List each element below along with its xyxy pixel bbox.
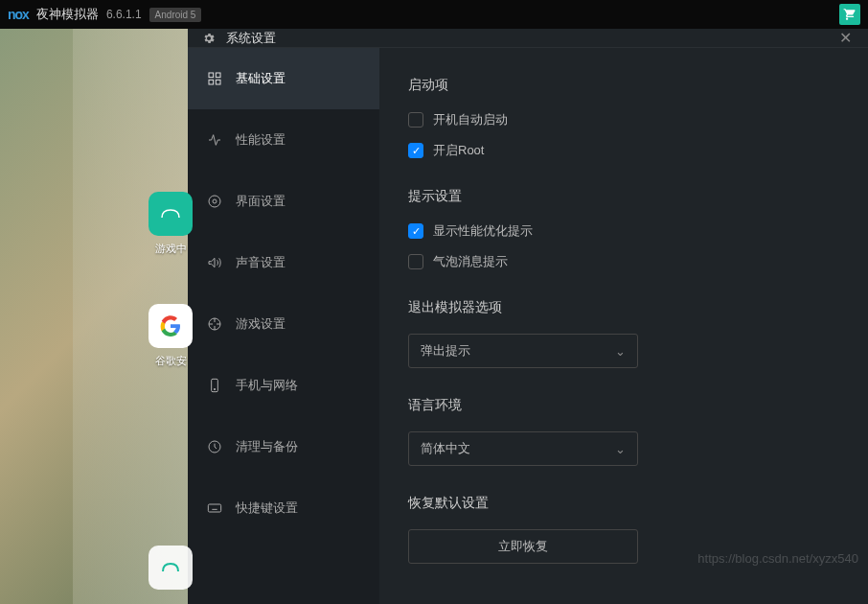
checkbox-label: 开机自动启动 xyxy=(433,111,508,128)
svg-point-8 xyxy=(214,388,215,389)
restore-defaults-button[interactable]: 立即恢复 xyxy=(408,529,638,564)
basic-icon xyxy=(207,71,222,86)
sidebar-item-keyboard[interactable]: 快捷键设置 xyxy=(188,477,379,539)
bubble-hint-checkbox[interactable] xyxy=(408,254,423,269)
sidebar-item-cleanup[interactable]: 清理与备份 xyxy=(188,416,379,477)
settings-sidebar: 基础设置 性能设置 界面设置 声音设置 游戏设置 xyxy=(188,48,379,604)
button-label: 立即恢复 xyxy=(498,538,548,555)
close-button[interactable]: ✕ xyxy=(835,29,855,47)
exit-option-select[interactable]: 弹出提示 ⌄ xyxy=(408,334,638,368)
dock-icon xyxy=(148,546,193,590)
section-title: 恢复默认设置 xyxy=(408,495,839,512)
performance-icon xyxy=(207,132,222,148)
perf-hint-checkbox[interactable] xyxy=(408,223,423,239)
app-label: 游戏中 xyxy=(155,242,187,256)
chevron-down-icon: ⌄ xyxy=(615,344,626,359)
emulator-desktop: 游戏中 谷歌安 xyxy=(0,29,188,604)
svg-point-5 xyxy=(213,199,217,203)
svg-rect-1 xyxy=(216,73,220,78)
section-title: 启动项 xyxy=(408,77,839,94)
sidebar-item-basic[interactable]: 基础设置 xyxy=(188,48,379,109)
cleanup-icon xyxy=(207,439,222,454)
sidebar-item-sound[interactable]: 声音设置 xyxy=(188,232,379,293)
sidebar-item-performance[interactable]: 性能设置 xyxy=(188,109,379,171)
svg-rect-10 xyxy=(208,504,220,512)
sidebar-item-label: 界面设置 xyxy=(236,193,286,210)
app-label: 谷歌安 xyxy=(155,354,187,368)
mobile-icon xyxy=(207,378,222,393)
section-title: 提示设置 xyxy=(408,188,839,205)
svg-point-4 xyxy=(209,196,220,207)
sidebar-item-label: 游戏设置 xyxy=(236,315,286,333)
section-title: 退出模拟器选项 xyxy=(408,299,839,316)
sidebar-item-label: 性能设置 xyxy=(236,131,286,149)
gear-icon xyxy=(201,31,217,46)
desktop-app-game[interactable]: 游戏中 xyxy=(148,192,193,256)
auto-start-checkbox[interactable] xyxy=(408,112,423,128)
app-logo: nox xyxy=(8,7,29,22)
checkbox-label: 显示性能优化提示 xyxy=(433,222,533,240)
svg-rect-3 xyxy=(216,80,220,84)
startup-section: 启动项 开机自动启动 开启Root xyxy=(408,77,839,159)
panel-header: 系统设置 ✕ xyxy=(188,29,868,48)
store-icon[interactable] xyxy=(839,4,860,25)
game-icon xyxy=(207,316,222,332)
titlebar: nox 夜神模拟器 6.6.1.1 Android 5 xyxy=(0,0,868,29)
sidebar-item-label: 基础设置 xyxy=(236,70,286,87)
sidebar-item-interface[interactable]: 界面设置 xyxy=(188,171,379,232)
interface-icon xyxy=(207,194,222,209)
keyboard-icon xyxy=(207,500,222,516)
restore-section: 恢复默认设置 立即恢复 xyxy=(408,495,839,564)
svg-rect-0 xyxy=(209,73,214,78)
language-section: 语言环境 简体中文 ⌄ xyxy=(408,397,839,466)
enable-root-checkbox[interactable] xyxy=(408,143,423,158)
sidebar-item-label: 声音设置 xyxy=(236,254,286,271)
checkbox-label: 气泡消息提示 xyxy=(433,253,508,270)
desktop-dock-app[interactable] xyxy=(148,546,193,590)
select-value: 简体中文 xyxy=(421,440,470,457)
sidebar-item-label: 手机与网络 xyxy=(236,377,298,394)
nox-game-icon xyxy=(148,192,193,236)
sidebar-item-label: 快捷键设置 xyxy=(236,499,298,517)
sidebar-item-mobile[interactable]: 手机与网络 xyxy=(188,355,379,416)
sound-icon xyxy=(207,255,222,270)
section-title: 语言环境 xyxy=(408,397,839,414)
settings-panel: 系统设置 ✕ 基础设置 性能设置 界面设置 xyxy=(188,29,868,604)
exit-section: 退出模拟器选项 弹出提示 ⌄ xyxy=(408,299,839,368)
panel-title: 系统设置 xyxy=(226,30,276,47)
google-icon xyxy=(148,304,193,348)
settings-content: 启动项 开机自动启动 开启Root 提示设置 显示性能优化提示 xyxy=(379,48,868,604)
sidebar-item-game[interactable]: 游戏设置 xyxy=(188,293,379,355)
sidebar-item-label: 清理与备份 xyxy=(236,438,298,455)
android-badge: Android 5 xyxy=(149,8,202,22)
hints-section: 提示设置 显示性能优化提示 气泡消息提示 xyxy=(408,188,839,270)
desktop-app-google[interactable]: 谷歌安 xyxy=(148,304,193,368)
chevron-down-icon: ⌄ xyxy=(615,442,626,456)
language-select[interactable]: 简体中文 ⌄ xyxy=(408,431,638,466)
app-version: 6.6.1.1 xyxy=(106,8,142,21)
app-title: 夜神模拟器 xyxy=(36,6,99,23)
select-value: 弹出提示 xyxy=(421,342,470,360)
checkbox-label: 开启Root xyxy=(433,142,484,159)
svg-rect-2 xyxy=(209,80,214,84)
